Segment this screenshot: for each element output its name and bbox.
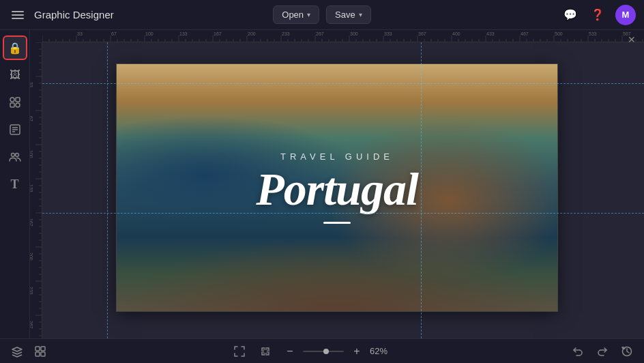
svg-text:67: 67 (30, 116, 33, 121)
avatar[interactable]: M (615, 5, 636, 25)
sidebar-item-text[interactable]: T (3, 172, 27, 197)
svg-point-0 (10, 98, 14, 102)
sidebar-item-people[interactable] (3, 145, 27, 169)
svg-rect-168 (35, 347, 40, 351)
svg-rect-170 (35, 352, 40, 356)
svg-text:267: 267 (30, 321, 33, 329)
svg-text:133: 133 (179, 31, 188, 36)
svg-rect-1 (16, 98, 20, 102)
people-icon (9, 151, 21, 163)
svg-text:200: 200 (248, 31, 256, 36)
comment-icon[interactable]: 💬 (561, 5, 580, 25)
close-panel-button[interactable]: ✕ (625, 33, 639, 46)
svg-point-3 (16, 103, 20, 107)
svg-text:467: 467 (521, 31, 529, 36)
bottombar-center: − + 62% (49, 343, 569, 360)
history-button[interactable] (618, 343, 636, 360)
zoom-in-button[interactable]: + (349, 344, 364, 359)
undo-button[interactable] (569, 343, 587, 360)
svg-text:100: 100 (145, 31, 153, 36)
svg-text:67: 67 (111, 31, 117, 36)
svg-rect-172 (263, 349, 267, 353)
zoom-slider-thumb[interactable] (323, 349, 329, 354)
app-title: Graphic Designer (34, 9, 114, 20)
open-button[interactable]: Open ▾ (273, 5, 319, 24)
zoom-control: − + 62% (282, 344, 387, 359)
bottombar-left (8, 343, 49, 360)
svg-text:300: 300 (350, 31, 358, 36)
svg-text:367: 367 (418, 31, 426, 36)
ruler-top: 3367100133167200233267300333367400433467… (30, 30, 644, 42)
svg-text:533: 533 (589, 31, 597, 36)
canvas-frame[interactable]: TRAVEL GUIDE Portugal (116, 63, 558, 312)
layers-button[interactable] (8, 343, 26, 360)
text-icon: T (10, 177, 18, 192)
fit-frame-icon (233, 345, 246, 358)
svg-point-9 (15, 154, 18, 157)
bottombar: − + 62% (0, 338, 644, 363)
svg-rect-169 (41, 347, 45, 351)
svg-text:400: 400 (452, 31, 460, 36)
svg-text:33: 33 (30, 82, 33, 87)
zoom-slider[interactable] (303, 351, 344, 352)
ruler-h-svg: 3367100133167200233267300333367400433467… (42, 30, 644, 42)
hamburger-icon (12, 11, 24, 19)
zoom-out-button[interactable]: − (282, 344, 297, 359)
fit-content-button[interactable] (257, 343, 274, 360)
help-icon[interactable]: ❓ (588, 5, 607, 25)
layers-icon (11, 345, 23, 358)
ruler-ticks-vertical: 3367100133167200233267 (30, 42, 42, 338)
svg-text:100: 100 (30, 150, 33, 158)
svg-text:33: 33 (77, 31, 83, 36)
save-chevron-icon: ▾ (359, 11, 362, 18)
svg-text:333: 333 (384, 31, 392, 36)
fit-frame-button[interactable] (231, 343, 248, 360)
svg-rect-2 (10, 103, 14, 107)
svg-point-8 (11, 154, 14, 157)
sidebar: 🔒 🖼 (0, 30, 30, 338)
fit-content-icon (259, 345, 272, 358)
svg-text:200: 200 (30, 252, 33, 261)
svg-text:167: 167 (30, 218, 33, 227)
menu-button[interactable] (8, 5, 27, 25)
guide-line-v1 (107, 42, 108, 338)
canvas-area[interactable]: ✕ 33671001331672002332673003333674004334… (30, 30, 644, 338)
topbar-left: Graphic Designer (8, 5, 266, 25)
topbar-center: Open ▾ Save ▾ (273, 5, 370, 24)
ruler-corner (30, 30, 42, 42)
sidebar-item-lock[interactable]: 🔒 (3, 35, 27, 60)
topbar: Graphic Designer Open ▾ Save ▾ 💬 ❓ M (0, 0, 644, 30)
undo-icon (572, 345, 584, 358)
ruler-ticks-horizontal: 3367100133167200233267300333367400433467… (42, 30, 644, 42)
redo-icon (596, 345, 609, 358)
canvas-text-block: TRAVEL GUIDE Portugal (256, 151, 418, 224)
topbar-right: 💬 ❓ M (378, 5, 636, 25)
grid-button[interactable] (31, 343, 49, 360)
ruler-left: 3367100133167200233267 (30, 30, 42, 338)
save-button[interactable]: Save ▾ (326, 5, 371, 24)
elements-icon (9, 96, 21, 108)
canvas-image: TRAVEL GUIDE Portugal (117, 64, 557, 311)
svg-text:233: 233 (282, 31, 290, 36)
bottombar-right (569, 343, 636, 360)
svg-text:267: 267 (316, 31, 324, 36)
divider-line (323, 222, 351, 224)
travel-guide-text: TRAVEL GUIDE (256, 151, 418, 162)
sidebar-item-textblock[interactable] (3, 117, 27, 142)
history-icon (621, 345, 633, 358)
open-chevron-icon: ▾ (307, 11, 310, 18)
svg-text:433: 433 (486, 31, 495, 36)
grid-icon (34, 345, 46, 358)
svg-text:233: 233 (30, 287, 33, 295)
textblock-icon (9, 124, 21, 136)
zoom-level-text: 62% (370, 346, 387, 356)
svg-text:133: 133 (30, 184, 33, 192)
image-icon: 🖼 (10, 69, 20, 81)
sidebar-item-elements[interactable] (3, 90, 27, 115)
svg-text:167: 167 (214, 31, 222, 36)
sidebar-item-image[interactable]: 🖼 (3, 63, 27, 87)
svg-rect-171 (41, 352, 45, 356)
lock-icon: 🔒 (8, 42, 22, 55)
redo-button[interactable] (594, 343, 611, 360)
portugal-title-text: Portugal (256, 166, 418, 212)
